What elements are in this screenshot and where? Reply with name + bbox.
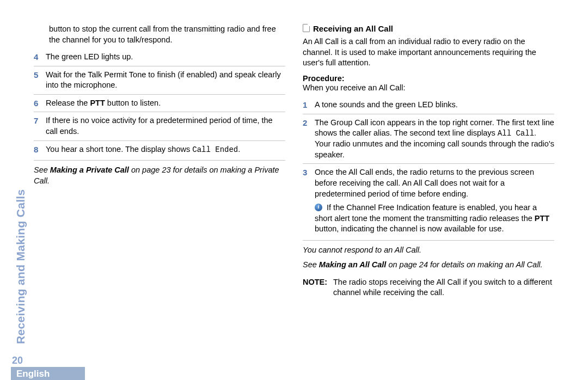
text: See bbox=[303, 260, 319, 269]
cross-reference: See Making a Private Call on page 23 for… bbox=[34, 165, 285, 186]
text: Release the bbox=[46, 99, 90, 107]
step-number: 2 bbox=[303, 118, 315, 127]
procedure-intro: When you receive an All Call: bbox=[303, 83, 554, 94]
step-number: 8 bbox=[34, 144, 46, 154]
language-tab: English bbox=[11, 367, 85, 380]
step-number: 5 bbox=[34, 70, 46, 79]
step-number: 4 bbox=[34, 52, 46, 62]
separator bbox=[34, 160, 285, 161]
heading-text: Receiving an All Call bbox=[313, 24, 393, 33]
left-column: button to stop the current call from the… bbox=[34, 24, 285, 187]
step-text: Wait for the Talk Permit Tone to finish … bbox=[46, 70, 285, 91]
document-icon bbox=[303, 24, 310, 32]
separator bbox=[303, 240, 554, 241]
step-5: 5 Wait for the Talk Permit Tone to finis… bbox=[34, 66, 285, 94]
xref-title: Making a Private Call bbox=[50, 166, 129, 174]
manual-page: Receiving and Making Calls 20 English bu… bbox=[0, 0, 588, 380]
step-6: 6 Release the PTT button to listen. bbox=[34, 94, 285, 112]
step-text: The green LED lights up. bbox=[46, 52, 285, 63]
step-number: 6 bbox=[34, 98, 46, 108]
step-text: Release the PTT button to listen. bbox=[46, 98, 285, 109]
cannot-respond-note: You cannot respond to an All Call. bbox=[303, 245, 554, 256]
info-note: If the Channel Free Indication feature i… bbox=[315, 203, 554, 235]
subsection-heading: Receiving an All Call bbox=[303, 24, 554, 33]
display-text: Call Ended bbox=[192, 145, 238, 154]
step-4: 4 The green LED lights up. bbox=[34, 48, 285, 66]
note-label: NOTE: bbox=[303, 277, 333, 298]
step-number: 3 bbox=[303, 167, 315, 177]
procedure-steps: 1 A tone sounds and the green LED blinks… bbox=[303, 96, 554, 238]
note-text: The radio stops receiving the All Call i… bbox=[333, 277, 554, 298]
step-text: You hear a short tone. The display shows… bbox=[46, 144, 285, 155]
continuation-text: button to stop the current call from the… bbox=[49, 24, 285, 45]
text: . bbox=[238, 145, 240, 154]
section-title-vertical: Receiving and Making Calls bbox=[14, 189, 27, 344]
text: See bbox=[34, 166, 50, 174]
description: An All Call is a call from an individual… bbox=[303, 36, 554, 69]
procedure-steps-continued: 4 The green LED lights up. 5 Wait for th… bbox=[34, 48, 285, 158]
step-number: 7 bbox=[34, 115, 46, 125]
step-2: 2 The Group Call icon appears in the top… bbox=[303, 114, 554, 164]
page-number: 20 bbox=[12, 355, 23, 366]
info-icon bbox=[315, 204, 322, 211]
procedure-label: Procedure: bbox=[303, 74, 554, 83]
cross-reference: See Making an All Call on page 24 for de… bbox=[303, 260, 554, 271]
ptt-label: PTT bbox=[535, 214, 549, 223]
step-text: The Group Call icon appears in the top r… bbox=[315, 118, 554, 161]
text: button to listen. bbox=[105, 99, 161, 107]
step-number: 1 bbox=[303, 100, 315, 109]
step-3: 3 Once the All Call ends, the radio retu… bbox=[303, 163, 554, 237]
text: You hear a short tone. The display shows bbox=[46, 145, 192, 154]
xref-title: Making an All Call bbox=[319, 260, 387, 269]
text: on page 24 for details on making an All … bbox=[386, 260, 542, 269]
text: button, indicating the channel is now av… bbox=[315, 224, 504, 233]
step-text: If there is no voice activity for a pred… bbox=[46, 115, 285, 137]
right-column: Receiving an All Call An All Call is a c… bbox=[303, 24, 554, 298]
display-text: All Call bbox=[498, 129, 534, 138]
note-block: NOTE: The radio stops receiving the All … bbox=[303, 277, 554, 298]
ptt-label: PTT bbox=[90, 99, 105, 107]
step-text: A tone sounds and the green LED blinks. bbox=[315, 100, 554, 111]
step-1: 1 A tone sounds and the green LED blinks… bbox=[303, 96, 554, 114]
text: If the Channel Free Indication feature i… bbox=[315, 203, 537, 223]
step-8: 8 You hear a short tone. The display sho… bbox=[34, 140, 285, 158]
step-text: Once the All Call ends, the radio return… bbox=[315, 167, 554, 234]
text: Once the All Call ends, the radio return… bbox=[315, 168, 534, 198]
step-7: 7 If there is no voice activity for a pr… bbox=[34, 112, 285, 140]
